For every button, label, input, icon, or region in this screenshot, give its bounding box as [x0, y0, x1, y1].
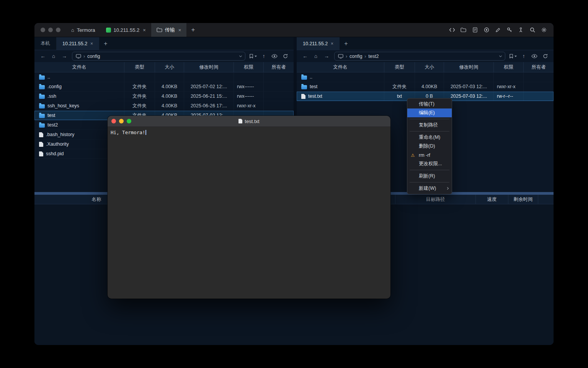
- file-row[interactable]: ssh_host_keys 文件夹 4.00KB 2025-06-26 17:.…: [34, 101, 294, 111]
- chevron-down-icon[interactable]: [499, 54, 502, 57]
- column-header-perm[interactable]: 权限: [494, 62, 524, 72]
- menu-item-rename[interactable]: 重命名(M): [407, 133, 452, 142]
- close-icon[interactable]: ×: [178, 27, 181, 33]
- tab-label: 本机: [41, 40, 50, 47]
- column-header-mtime[interactable]: 修改时间: [444, 62, 494, 72]
- column-header-perm[interactable]: 权限: [234, 62, 264, 72]
- file-name: .ssh: [47, 94, 56, 99]
- column-header-target-path[interactable]: 目标路径: [395, 195, 475, 204]
- menu-item-edit[interactable]: 编辑(E): [407, 108, 452, 117]
- minimize-window-button[interactable]: [48, 28, 53, 32]
- add-panel-tab-button[interactable]: +: [99, 37, 112, 50]
- editor-titlebar[interactable]: test.txt: [108, 116, 390, 127]
- menu-item-change-permissions[interactable]: 更改权限...: [407, 159, 452, 168]
- close-window-button[interactable]: [41, 28, 45, 32]
- file-icon: [39, 142, 43, 147]
- right-panel-toolbar: ← ⌂ → › config › test2: [297, 50, 554, 62]
- home-button[interactable]: ⌂: [49, 52, 58, 61]
- tab-remote-session[interactable]: 10.211.55.2 ×: [56, 37, 99, 50]
- column-header-size[interactable]: 大小: [415, 62, 444, 72]
- bookmark-button[interactable]: [248, 52, 258, 61]
- menu-item-rm-rf[interactable]: ⚠ rm -rf: [407, 151, 452, 159]
- show-hidden-eye-icon[interactable]: [530, 52, 539, 61]
- close-window-button[interactable]: [111, 119, 116, 123]
- parent-directory-button[interactable]: ↑: [519, 52, 528, 61]
- zoom-window-button[interactable]: [56, 28, 60, 32]
- home-button[interactable]: ⌂: [311, 52, 320, 61]
- breadcrumb-segment[interactable]: test2: [368, 54, 379, 59]
- bookmark-button[interactable]: [508, 52, 518, 61]
- report-icon[interactable]: [470, 25, 480, 35]
- editor-text: Hi, Termora!: [111, 130, 145, 135]
- file-icon: [39, 151, 43, 156]
- forward-button[interactable]: →: [60, 52, 69, 61]
- tab-label: Termora: [77, 27, 95, 33]
- file-name: ..: [47, 74, 50, 80]
- code-icon[interactable]: [447, 25, 457, 35]
- column-header-eta[interactable]: 剩余时间: [508, 195, 538, 204]
- search-icon[interactable]: [527, 25, 537, 35]
- forward-button[interactable]: →: [322, 52, 331, 61]
- file-row[interactable]: ..: [297, 72, 554, 82]
- breadcrumb-segment[interactable]: config: [350, 54, 362, 59]
- column-header-type[interactable]: 类型: [124, 62, 155, 72]
- editor-content[interactable]: Hi, Termora!: [108, 127, 390, 299]
- show-hidden-eye-icon[interactable]: [270, 52, 279, 61]
- column-header-name[interactable]: 文件名: [297, 62, 384, 72]
- close-icon[interactable]: ×: [143, 27, 146, 33]
- back-button[interactable]: ←: [301, 52, 310, 61]
- column-header-owner[interactable]: 所有者: [264, 62, 294, 72]
- settings-gear-icon[interactable]: [539, 25, 549, 35]
- tab-termora-home[interactable]: ⌂ Termora: [66, 23, 101, 37]
- column-header-owner[interactable]: 所有者: [524, 62, 554, 72]
- close-icon[interactable]: ×: [331, 41, 333, 46]
- tab-local[interactable]: 本机: [34, 37, 56, 50]
- pencil-icon[interactable]: [493, 25, 503, 35]
- editor-window: test.txt Hi, Termora!: [108, 116, 390, 299]
- back-button[interactable]: ←: [38, 52, 47, 61]
- breadcrumb-segment[interactable]: config: [87, 54, 100, 59]
- tab-transfer[interactable]: 传输 ×: [151, 23, 187, 37]
- chevron-down-icon[interactable]: [239, 54, 242, 57]
- left-panel-toolbar: ← ⌂ → › config ↑: [34, 50, 294, 62]
- refresh-icon[interactable]: [281, 52, 290, 61]
- column-header-size[interactable]: 大小: [155, 62, 184, 72]
- tab-label: 10.211.55.2: [303, 41, 328, 46]
- path-breadcrumb[interactable]: › config › test2: [334, 52, 505, 61]
- right-panel-tabs: 10.211.55.2 × +: [297, 37, 554, 50]
- tab-ssh-session[interactable]: 10.211.55.2 ×: [101, 23, 151, 37]
- file-row[interactable]: test 文件夹 4.00KB 2025-07-03 12:... rwxr-x…: [297, 82, 554, 92]
- minimize-window-button[interactable]: [119, 119, 124, 123]
- file-row[interactable]: ..: [34, 72, 294, 82]
- menu-item-new[interactable]: 新建(W): [407, 184, 452, 193]
- file-row[interactable]: .ssh 文件夹 4.00KB 2025-06-21 15:... rwx---…: [34, 92, 294, 101]
- new-tab-button[interactable]: +: [186, 23, 199, 37]
- file-name: ..: [310, 74, 312, 80]
- folder-icon: [157, 28, 162, 32]
- file-icon: [39, 132, 43, 137]
- key-icon[interactable]: [504, 25, 514, 35]
- refresh-icon[interactable]: [541, 52, 550, 61]
- parent-directory-button[interactable]: ↑: [259, 52, 268, 61]
- add-panel-tab-button[interactable]: +: [340, 37, 352, 50]
- column-header-mtime[interactable]: 修改时间: [184, 62, 234, 72]
- file-name: sshd.pid: [46, 151, 64, 156]
- file-row[interactable]: .config 文件夹 4.00KB 2025-07-02 12:... rwx…: [34, 82, 294, 92]
- column-header-name[interactable]: 文件名: [34, 62, 124, 72]
- branch-icon[interactable]: [516, 25, 526, 35]
- column-header-speed[interactable]: 速度: [475, 195, 508, 204]
- record-icon[interactable]: [481, 25, 492, 35]
- warning-icon: ⚠: [411, 153, 415, 158]
- tab-remote-session[interactable]: 10.211.55.2 ×: [297, 37, 340, 50]
- path-breadcrumb[interactable]: › config: [72, 52, 245, 61]
- folder-icon[interactable]: [458, 25, 469, 35]
- column-header-type[interactable]: 类型: [384, 62, 415, 72]
- menu-item-delete[interactable]: 删除(D): [407, 142, 452, 151]
- close-icon[interactable]: ×: [90, 41, 93, 46]
- menu-item-refresh[interactable]: 刷新(R): [407, 172, 452, 181]
- menu-item-transfer[interactable]: 传输(T): [407, 100, 452, 108]
- zoom-window-button[interactable]: [127, 119, 131, 123]
- transfer-header-tail: [538, 195, 554, 204]
- menu-item-copy-path[interactable]: 复制路径: [407, 121, 452, 130]
- text-cursor: [145, 130, 146, 135]
